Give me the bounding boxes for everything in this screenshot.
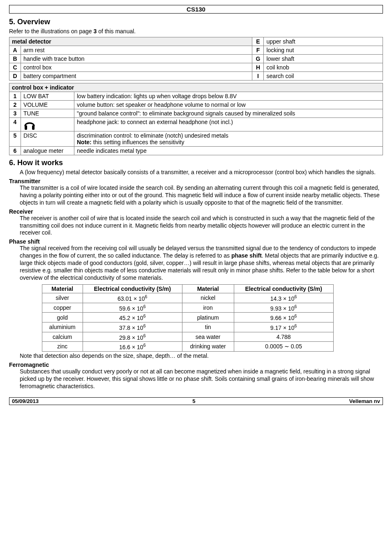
ferromagnetic-heading: Ferromagnetic bbox=[9, 362, 383, 368]
part-desc: locking nut bbox=[264, 46, 383, 55]
cond-cell: gold bbox=[42, 313, 83, 322]
part-desc: lower shaft bbox=[264, 55, 383, 63]
cond-cell: 9.66 × 106 bbox=[234, 313, 333, 322]
control-box-table: 1LOW BATlow battery indication: lights u… bbox=[9, 92, 383, 155]
receiver-text: The receiver is another coil of wire tha… bbox=[20, 215, 383, 237]
parts-header: metal detector bbox=[9, 37, 252, 46]
col-conductivity: Electrical conductivity (S/m) bbox=[234, 284, 333, 293]
ctrl-num: 3 bbox=[9, 109, 21, 118]
ctrl-label: analogue meter bbox=[21, 147, 74, 155]
cond-cell: 0.0005 ∼ 0.05 bbox=[234, 342, 333, 352]
conductivity-table: Material Electrical conductivity (S/m) M… bbox=[42, 284, 334, 352]
part-desc: search coil bbox=[264, 72, 383, 81]
part-letter: D bbox=[9, 72, 21, 81]
headphone-icon bbox=[23, 119, 36, 130]
section-6-title: 6. How it works bbox=[9, 159, 383, 167]
cond-cell: iron bbox=[182, 303, 234, 313]
part-letter: H bbox=[252, 63, 264, 72]
footer-brand: Velleman nv bbox=[349, 398, 380, 404]
cond-cell: drinking water bbox=[182, 342, 234, 352]
ctrl-num: 4 bbox=[9, 118, 21, 131]
section-5-title: 5. Overview bbox=[9, 18, 383, 26]
phase-shift-text: The signal received from the receiving c… bbox=[20, 245, 383, 282]
section-5-intro: Refer to the illustrations on page 3 of … bbox=[9, 28, 383, 35]
ctrl-label: TUNE bbox=[21, 109, 74, 118]
part-letter: E bbox=[252, 37, 264, 46]
ctrl-desc: headphone jack: to connect an external h… bbox=[74, 118, 383, 131]
control-box-header: control box + indicator bbox=[9, 83, 383, 92]
cond-cell: 9.17 × 106 bbox=[234, 322, 333, 332]
svg-rect-0 bbox=[25, 125, 27, 130]
ctrl-desc: volume button: set speaker or headphone … bbox=[74, 101, 383, 109]
cond-cell: platinum bbox=[182, 313, 234, 322]
cond-cell: 63.01 × 106 bbox=[83, 293, 182, 303]
cond-cell: 37.8 × 106 bbox=[83, 322, 182, 332]
ctrl-label bbox=[21, 118, 74, 131]
cond-cell: 16.6 × 106 bbox=[83, 342, 182, 352]
cond-cell: 59.6 × 106 bbox=[83, 303, 182, 313]
cond-cell: 4.788 bbox=[234, 332, 333, 342]
part-desc: battery compartment bbox=[21, 72, 252, 81]
cond-cell: calcium bbox=[42, 332, 83, 342]
parts-table: metal detector E upper shaft A arm rest … bbox=[9, 37, 383, 81]
cond-cell: copper bbox=[42, 303, 83, 313]
ferromagnetic-text: Substances that usually conduct very poo… bbox=[20, 368, 383, 390]
transmitter-text: The transmitter is a coil of wire locate… bbox=[20, 184, 383, 207]
cond-cell: nickel bbox=[182, 293, 234, 303]
part-desc: handle with trace button bbox=[21, 55, 252, 63]
col-material: Material bbox=[42, 284, 83, 293]
cond-cell: 14.3 × 106 bbox=[234, 293, 333, 303]
transmitter-heading: Transmitter bbox=[9, 178, 383, 184]
text: of this manual. bbox=[97, 28, 136, 35]
cond-cell: 45.2 × 106 bbox=[83, 313, 182, 322]
ctrl-num: 5 bbox=[9, 131, 21, 147]
receiver-heading: Receiver bbox=[9, 208, 383, 215]
phase-shift-heading: Phase shift bbox=[9, 238, 383, 245]
part-letter: I bbox=[252, 72, 264, 81]
ctrl-desc: "ground balance control": to eliminate b… bbox=[74, 109, 383, 118]
cond-cell: sea water bbox=[182, 332, 234, 342]
cond-cell: silver bbox=[42, 293, 83, 303]
cond-cell: tin bbox=[182, 322, 234, 332]
ctrl-label: LOW BAT bbox=[21, 92, 74, 101]
page-footer: 05/09/2013 5 Velleman nv bbox=[9, 397, 383, 405]
text: Refer to the illustrations on page bbox=[9, 28, 93, 35]
col-material: Material bbox=[182, 284, 234, 293]
cond-cell: 9.93 × 106 bbox=[234, 303, 333, 313]
part-letter: C bbox=[9, 63, 21, 72]
ctrl-num: 6 bbox=[9, 147, 21, 155]
part-letter: A bbox=[9, 46, 21, 55]
part-letter: G bbox=[252, 55, 264, 63]
cond-cell: 29.8 × 106 bbox=[83, 332, 182, 342]
ctrl-label: VOLUME bbox=[21, 101, 74, 109]
detection-note: Note that detection also depends on the … bbox=[20, 352, 383, 360]
cond-cell: aluminium bbox=[42, 322, 83, 332]
ctrl-desc: low battery indication: lights up when v… bbox=[74, 92, 383, 101]
phase-shift-term: phase shift bbox=[231, 252, 262, 259]
ctrl-desc: needle indicates metal type bbox=[74, 147, 383, 155]
part-desc: control box bbox=[21, 63, 252, 72]
ctrl-num: 2 bbox=[9, 101, 21, 109]
col-conductivity: Electrical conductivity (S/m) bbox=[83, 284, 182, 293]
part-desc: upper shaft bbox=[264, 37, 383, 46]
footer-page: 5 bbox=[192, 398, 195, 404]
ctrl-label: DISC bbox=[21, 131, 74, 147]
ctrl-num: 1 bbox=[9, 92, 21, 101]
svg-rect-1 bbox=[32, 125, 35, 130]
section-6-intro: A (low frequency) metal detector basical… bbox=[20, 169, 383, 176]
page-header-model: CS130 bbox=[9, 5, 383, 14]
part-letter: B bbox=[9, 55, 21, 63]
part-letter: F bbox=[252, 46, 264, 55]
footer-date: 05/09/2013 bbox=[12, 398, 39, 404]
part-desc: arm rest bbox=[21, 46, 252, 55]
cond-cell: zinc bbox=[42, 342, 83, 352]
ctrl-desc: discrimination control: to eliminate (no… bbox=[74, 131, 383, 147]
part-desc: coil knob bbox=[264, 63, 383, 72]
